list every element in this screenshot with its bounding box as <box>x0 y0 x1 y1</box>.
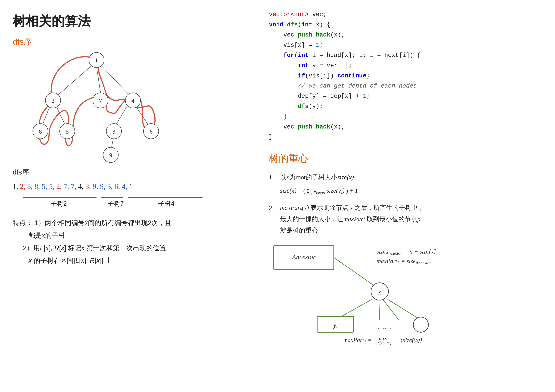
numbered-list: 1. 以x为root的子树大小size(x) size(x) = ( Σyi∈s… <box>269 171 538 236</box>
svg-text:maxPart2 = sizeAncestor: maxPart2 = sizeAncestor <box>377 258 431 265</box>
svg-text:8: 8 <box>39 128 42 135</box>
left-panel: 树相关的算法 dfs序 <box>13 13 258 267</box>
svg-line-48 <box>383 299 399 320</box>
tree-diagram: 1 2 7 4 8 5 3 <box>13 50 234 161</box>
svg-line-42 <box>334 257 373 285</box>
item2-text: maxPart(x) 表示删除节点 x 之后，所产生的子树中， 最大的一棵的大小… <box>280 202 538 236</box>
dfs-sequence-area: dfs序 1, 2, 8, 8, 5, 5, 2, 7, 7, 4, 3, 9,… <box>13 168 258 209</box>
note-2: 2）用L[x], R[x] 标记x 第一次和第二次出现的位置 <box>23 242 258 254</box>
svg-text:3: 3 <box>112 128 116 135</box>
note-title: 特点： 1）两个相同编号x间的所有编号都出现2次，且 <box>13 217 258 229</box>
dfs-label: dfs序 <box>13 36 258 47</box>
svg-text:max: max <box>379 336 387 341</box>
svg-text:{size(yi)}: {size(yi)} <box>401 337 422 344</box>
svg-text:子树2: 子树2 <box>51 200 67 207</box>
dfs-sequence: 1, 2, 8, 8, 5, 5, 2, 7, 7, 4, 3, 9, 9, 3… <box>13 180 258 193</box>
list-item-1: 1. 以x为root的子树大小size(x) size(x) = ( Σyi∈s… <box>269 171 538 197</box>
svg-text:6: 6 <box>150 128 153 135</box>
svg-text:yi∈son(x): yi∈son(x) <box>374 341 391 345</box>
item1-text: 以x为root的子树大小size(x) <box>280 171 538 183</box>
svg-text:maxPart1 =: maxPart1 = <box>343 337 372 344</box>
code-block: vector<int> vec; void dfs(int x) { vec.p… <box>269 9 538 142</box>
list-item-2: 2. maxPart(x) 表示删除节点 x 之后，所产生的子树中， 最大的一棵… <box>269 202 538 236</box>
svg-text:子树4: 子树4 <box>158 200 174 207</box>
note-2b: x 的子树在区间[L[x], R[x]] 上 <box>29 254 258 267</box>
svg-line-47 <box>388 299 421 320</box>
note-1b: 都是x的子树 <box>29 229 258 242</box>
svg-text:Ancestor: Ancestor <box>292 253 316 261</box>
svg-line-0 <box>55 66 92 97</box>
svg-text:……: …… <box>378 322 391 330</box>
centroid-heading: 树的重心 <box>269 152 538 165</box>
svg-text:4: 4 <box>131 97 134 104</box>
right-panel: vector<int> vec; void dfs(int x) { vec.p… <box>269 9 538 341</box>
notes-section: 特点： 1）两个相同编号x间的所有编号都出现2次，且 都是x的子树 2）用L[x… <box>13 217 258 267</box>
svg-text:2: 2 <box>51 97 55 104</box>
svg-text:子树7: 子树7 <box>108 200 124 207</box>
main-title: 树相关的算法 <box>13 13 258 30</box>
svg-line-46 <box>379 300 380 320</box>
item1-formula: size(x) = ( Σyi∈son(x) size(yi) ) + 1 <box>280 185 538 197</box>
svg-text:1: 1 <box>95 57 98 64</box>
svg-text:sizeAncestor = n − size[x]: sizeAncestor = n − size[x] <box>377 248 436 256</box>
svg-text:5: 5 <box>66 128 69 135</box>
svg-text:9: 9 <box>109 152 112 158</box>
bottom-diagram: sizeAncestor = n − size[x] maxPart2 = si… <box>269 242 522 341</box>
svg-point-52 <box>413 317 428 332</box>
dfs-sequence-label: dfs序 <box>13 168 258 177</box>
svg-text:x: x <box>378 289 381 296</box>
svg-text:7: 7 <box>99 97 102 104</box>
